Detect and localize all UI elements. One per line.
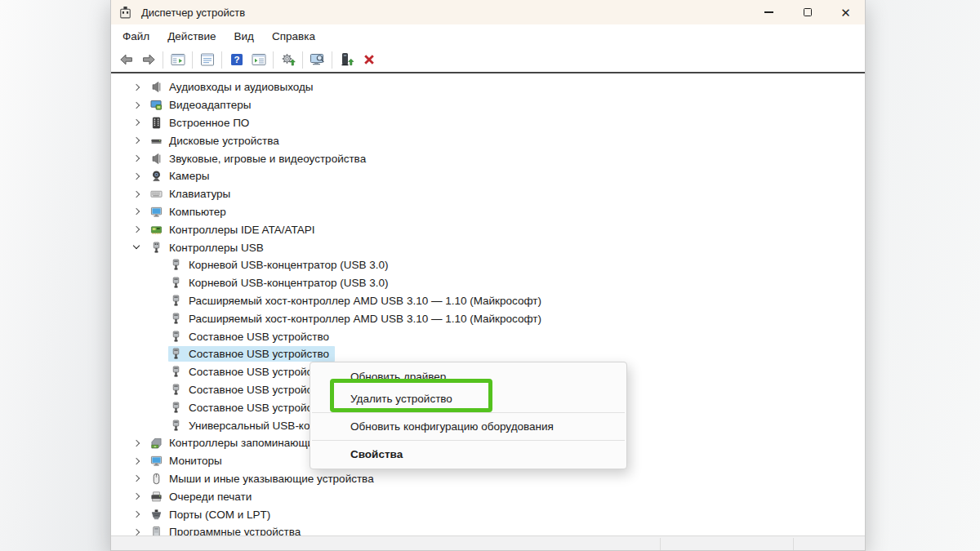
toolbar-separator (332, 51, 332, 69)
tree-item-firmware[interactable]: Встроенное ПО (111, 114, 865, 132)
chevron-right-icon[interactable] (132, 474, 140, 482)
help-icon: ? (229, 51, 245, 68)
tree-item-disk-drives[interactable]: Дисковые устройства (111, 131, 865, 149)
context-menu-update-driver[interactable]: Обновить драйвер (310, 366, 626, 388)
show-console-tree-button[interactable] (167, 49, 189, 70)
serial-port-icon (150, 509, 163, 521)
mouse-icon (150, 473, 163, 485)
uninstall-device-icon (361, 51, 377, 68)
menu-action[interactable]: Действие (158, 27, 225, 46)
action-pane-icon (251, 51, 267, 68)
tree-item-ports[interactable]: Порты (COM и LPT) (111, 505, 865, 523)
status-bar (111, 535, 865, 550)
software-device-icon (150, 526, 163, 535)
toolbar-separator (163, 51, 163, 69)
update-driver-icon (339, 51, 355, 68)
usb-icon (170, 295, 182, 307)
search-computer-button[interactable] (306, 49, 328, 70)
chevron-right-icon[interactable] (132, 207, 140, 216)
chevron-right-icon[interactable] (132, 457, 140, 465)
maximize-icon (804, 8, 812, 16)
chevron-right-icon[interactable] (132, 101, 140, 109)
device-manager-icon (118, 6, 132, 20)
toolbar-separator (273, 51, 274, 69)
menu-file[interactable]: Файл (114, 27, 158, 46)
usb-icon (170, 277, 182, 289)
forward-button[interactable] (137, 49, 159, 70)
tree-item-cameras[interactable]: Камеры (111, 167, 865, 185)
update-driver-button[interactable] (336, 49, 358, 70)
usb-icon (170, 420, 182, 432)
usb-icon (170, 331, 182, 343)
context-menu: Обновить драйвер Удалить устройство Обно… (310, 362, 627, 469)
chevron-right-icon[interactable] (132, 190, 140, 198)
usb-icon (170, 402, 182, 414)
minimize-button[interactable] (750, 0, 788, 24)
tree-item-usb-composite-device-selected[interactable]: Составное USB устройство (111, 345, 865, 363)
usb-icon (170, 366, 182, 378)
usb-icon (170, 348, 182, 360)
action-pane-button[interactable] (247, 49, 270, 70)
speaker-icon (150, 153, 163, 165)
tree-item-software-devices[interactable]: Программные устройства (111, 523, 865, 535)
tree-item-mice[interactable]: Мыши и иные указывающие устройства (111, 470, 865, 488)
tree-item-usb-host-controller[interactable]: Расширяемый хост-контроллер AMD USB 3.10… (111, 309, 865, 327)
back-arrow-icon (118, 51, 135, 68)
help-button[interactable]: ? (225, 49, 247, 70)
chevron-right-icon[interactable] (132, 118, 140, 127)
chevron-right-icon[interactable] (132, 510, 140, 518)
close-button[interactable]: ✕ (826, 0, 865, 24)
chevron-right-icon[interactable] (132, 225, 140, 233)
context-menu-scan-hardware-changes[interactable]: Обновить конфигурацию оборудования (310, 415, 626, 438)
tree-item-computer[interactable]: Компьютер (111, 203, 865, 221)
usb-icon (170, 259, 182, 271)
tree-item-usb-root-hub[interactable]: Корневой USB-концентратор (USB 3.0) (111, 256, 865, 274)
usb-icon (170, 313, 182, 325)
tree-item-ide-controllers[interactable]: Контроллеры IDE ATA/ATAPI (111, 220, 865, 238)
context-menu-separator (312, 412, 625, 413)
toolbar-separator (221, 51, 222, 69)
display-adapter-icon (150, 99, 163, 111)
status-bar-divider (793, 538, 794, 550)
menu-help[interactable]: Справка (263, 27, 324, 46)
tree-item-usb-root-hub[interactable]: Корневой USB-концентратор (USB 3.0) (111, 274, 865, 292)
keyboard-icon (150, 188, 163, 200)
context-menu-properties[interactable]: Свойства (310, 443, 626, 465)
tree-item-usb-composite-device[interactable]: Составное USB устройство (111, 327, 865, 345)
toolbar-separator (302, 51, 303, 69)
context-menu-uninstall-device[interactable]: Удалить устройство (310, 388, 626, 410)
tree-item-usb-controllers[interactable]: Контроллеры USB (111, 238, 865, 256)
tree-item-print-queues[interactable]: Очереди печати (111, 487, 865, 505)
tree-item-sound-video-game[interactable]: Звуковые, игровые и видеоустройства (111, 149, 865, 167)
maximize-button[interactable] (788, 0, 826, 24)
chevron-right-icon[interactable] (132, 136, 140, 144)
menu-view[interactable]: Вид (225, 27, 263, 46)
properties-button[interactable] (196, 49, 218, 70)
chevron-right-icon[interactable] (132, 172, 140, 180)
tree-item-usb-host-controller[interactable]: Расширяемый хост-контроллер AMD USB 3.10… (111, 292, 865, 310)
minimize-icon (764, 11, 773, 13)
svg-text:?: ? (234, 55, 239, 64)
title-bar: Диспетчер устройств ✕ (111, 0, 865, 24)
toolbar-separator (192, 51, 193, 69)
speaker-icon (150, 81, 163, 93)
usb-icon (150, 242, 163, 254)
tree-item-audio-inputs[interactable]: Аудиовходы и аудиовыходы (111, 78, 865, 96)
printer-icon (150, 491, 163, 503)
chevron-right-icon[interactable] (132, 492, 140, 500)
chevron-right-icon[interactable] (132, 83, 140, 91)
chevron-right-icon[interactable] (132, 154, 140, 162)
uninstall-device-button[interactable] (358, 49, 380, 70)
chevron-right-icon[interactable] (132, 528, 140, 535)
toolbar: ? (111, 47, 865, 73)
show-console-tree-icon (170, 51, 186, 68)
camera-icon (150, 170, 163, 182)
tree-item-display-adapters[interactable]: Видеоадаптеры (111, 96, 865, 114)
tree-item-keyboards[interactable]: Клавиатуры (111, 185, 865, 203)
chevron-down-icon[interactable] (132, 243, 140, 251)
back-button[interactable] (115, 49, 137, 70)
ide-controller-icon (150, 224, 163, 236)
chevron-right-icon[interactable] (132, 439, 140, 447)
scan-hardware-changes-button[interactable] (277, 49, 299, 70)
window-title: Диспетчер устройств (141, 7, 245, 19)
